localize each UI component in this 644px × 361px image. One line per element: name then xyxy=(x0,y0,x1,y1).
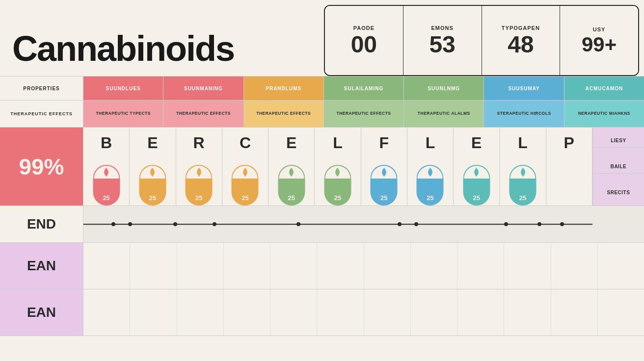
col-header-3: SULAILAMING xyxy=(324,77,404,100)
grid-cell-1-11 xyxy=(551,243,598,289)
capsule-C: 25 xyxy=(232,165,259,206)
subheader-cell-2: THERAPEUTIC EFFECTS xyxy=(244,101,324,127)
subheader-prop: THERAPEUTIC EFFECTS xyxy=(0,101,83,127)
timeline-row: END xyxy=(0,206,644,243)
grid-cell-2-7 xyxy=(364,289,411,335)
table-section: PROPERTIES SUUNDLUES SUUNMANING PRANDLUM… xyxy=(0,76,644,361)
data-col-B: B 25 xyxy=(83,128,130,206)
data-col-P: P xyxy=(546,128,592,206)
legend-srecits: SRECITS xyxy=(593,186,644,199)
capsule-L3: 25 xyxy=(510,165,537,206)
ean-grid-2 xyxy=(83,289,644,335)
ean-row-2: EAN xyxy=(0,289,644,336)
data-col-L1: L 25 xyxy=(315,128,361,206)
stats-area: PAODE 00 EMONS 53 TYPOGAPEN 48 USY 99+ xyxy=(324,5,639,76)
ean-row-1: EAN xyxy=(0,243,644,289)
letter-C: C xyxy=(240,135,251,151)
grid-cell-2-6 xyxy=(317,289,364,335)
grid-cell-2-1 xyxy=(83,289,130,335)
properties-label: PROPERTIES xyxy=(23,86,59,91)
data-col-E2: E 25 xyxy=(268,128,315,206)
grid-cell-2-4 xyxy=(224,289,270,335)
grid-cell-2-8 xyxy=(411,289,457,335)
header-row: PROPERTIES SUUNDLUES SUUNMANING PRANDLUM… xyxy=(0,76,644,101)
stat-typogapen-value: 48 xyxy=(508,33,534,56)
data-col-L2: L 25 xyxy=(407,128,454,206)
timeline-dot-10 xyxy=(560,222,564,226)
grid-cell-2-11 xyxy=(551,289,598,335)
letter-E3: E xyxy=(471,135,482,151)
capsule-E1: 25 xyxy=(139,165,166,206)
capsule-L1: 25 xyxy=(324,165,351,206)
leaf-icon-C xyxy=(241,168,249,177)
letter-P: P xyxy=(564,135,574,151)
letter-L3: L xyxy=(518,135,528,151)
stat-usy-value: 99+ xyxy=(582,34,617,55)
stat-paode-value: 00 xyxy=(351,33,377,56)
grid-cell-1-10 xyxy=(504,243,551,289)
data-col-F: F 25 xyxy=(361,128,407,206)
end-label: END xyxy=(0,206,83,242)
timeline-content xyxy=(83,206,644,242)
main-container: Cannabinoids PAODE 00 EMONS 53 TYPOGAPEN… xyxy=(0,0,644,361)
grid-cell-1-3 xyxy=(177,243,224,289)
data-col-R: R 25 xyxy=(176,128,222,206)
capsule-F: 25 xyxy=(371,165,398,206)
timeline-dot-5 xyxy=(296,222,300,226)
col-header-4: SUUNLNMG xyxy=(404,77,484,100)
ean-label-2: EAN xyxy=(0,289,83,335)
col-header-6: ACMUCAMON xyxy=(564,77,644,100)
capsule-L2: 25 xyxy=(417,165,444,206)
letter-B: B xyxy=(101,135,112,151)
legend-liesy: LIESY xyxy=(593,134,644,148)
subheader-cell-4: THERAPEUTIC ALALMS xyxy=(404,101,484,127)
grid-cell-2-12 xyxy=(598,289,644,335)
timeline-dot-9 xyxy=(537,222,541,226)
stat-typogapen-label: TYPOGAPEN xyxy=(502,25,540,31)
grid-cell-2-2 xyxy=(130,289,177,335)
grid-cell-1-2 xyxy=(130,243,177,289)
subheader-cell-1: THERAPEUTIC EFFECTS xyxy=(163,101,243,127)
col-header-5: SUUSUMAY xyxy=(484,77,564,100)
stat-typogapen: TYPOGAPEN 48 xyxy=(482,6,561,75)
letter-E2: E xyxy=(286,135,296,151)
ean-label-1: EAN xyxy=(0,243,83,289)
data-col-L3: L 25 xyxy=(500,128,546,206)
capsule-R: 25 xyxy=(186,165,213,206)
letter-E1: E xyxy=(147,135,158,151)
title-area: Cannabinoids xyxy=(0,0,319,76)
col-properties-header: PROPERTIES xyxy=(0,77,83,100)
leaf-icon-L1 xyxy=(334,168,342,177)
leaf-icon-E3 xyxy=(473,168,481,177)
stat-emons-value: 53 xyxy=(429,33,455,56)
timeline-dot-4 xyxy=(213,222,216,226)
stat-paode-label: PAODE xyxy=(353,25,375,31)
leaf-icon-L3 xyxy=(519,168,527,177)
subheader-cell-0: THERAPEUTIC TYPECTS xyxy=(83,101,163,127)
stat-paode: PAODE 00 xyxy=(325,6,403,75)
ean-grid-1 xyxy=(83,243,644,289)
letter-L1: L xyxy=(333,135,343,151)
leaf-icon-F xyxy=(380,168,388,177)
subheader-cell-3: THERAPEUTIC EFFECTS xyxy=(324,101,404,127)
leaf-icon-E1 xyxy=(149,168,157,177)
timeline-dot-6 xyxy=(398,222,402,226)
grid-cell-1-7 xyxy=(364,243,411,289)
stat-emons: EMONS 53 xyxy=(403,6,482,75)
leaf-icon-R xyxy=(195,168,203,177)
timeline-dot-2 xyxy=(128,222,132,226)
stat-emons-label: EMONS xyxy=(431,25,453,31)
stat-usy: USY 99+ xyxy=(560,6,638,75)
timeline-dot-1 xyxy=(111,222,115,226)
grid-cell-2-5 xyxy=(270,289,317,335)
subheader-cell-5: STERAPEUTIC HIRCOLS xyxy=(484,101,564,127)
grid-cell-1-12 xyxy=(598,243,644,289)
subheader-prop-label: THERAPEUTIC EFFECTS xyxy=(10,111,73,116)
capsule-E2: 25 xyxy=(278,165,305,206)
stat-usy-label: USY xyxy=(593,26,606,32)
main-title: Cannabinoids xyxy=(12,31,234,66)
grid-cell-2-10 xyxy=(504,289,551,335)
grid-cell-1-1 xyxy=(83,243,130,289)
timeline-dot-3 xyxy=(173,222,177,226)
data-col-E1: E 25 xyxy=(130,128,176,206)
